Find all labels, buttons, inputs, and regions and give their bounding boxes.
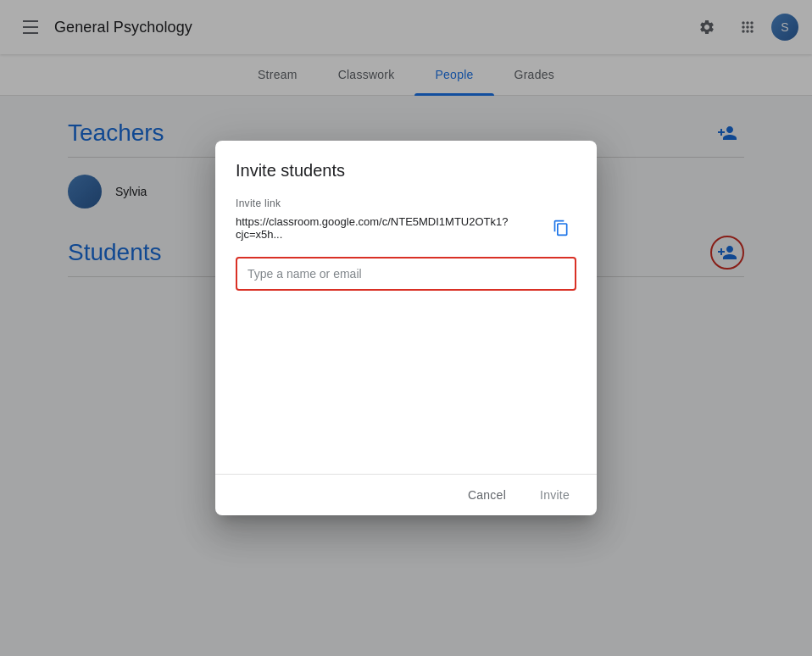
copy-icon bbox=[553, 220, 570, 236]
email-input[interactable] bbox=[247, 267, 565, 281]
dialog-spacer bbox=[236, 304, 576, 474]
modal-overlay: Invite students Invite link https://clas… bbox=[0, 0, 812, 656]
dialog-footer: Cancel Invite bbox=[215, 474, 597, 515]
invite-button[interactable]: Invite bbox=[526, 481, 583, 509]
cancel-button[interactable]: Cancel bbox=[454, 481, 520, 509]
invite-link-label: Invite link bbox=[236, 197, 576, 209]
invite-link-text: https://classroom.google.com/c/NTE5MDI1M… bbox=[236, 215, 546, 241]
invite-link-row: https://classroom.google.com/c/NTE5MDI1M… bbox=[236, 213, 576, 243]
copy-link-button[interactable] bbox=[546, 213, 576, 243]
dialog-title: Invite students bbox=[236, 161, 576, 181]
email-input-wrapper[interactable] bbox=[236, 257, 576, 291]
invite-dialog: Invite students Invite link https://clas… bbox=[215, 141, 597, 515]
